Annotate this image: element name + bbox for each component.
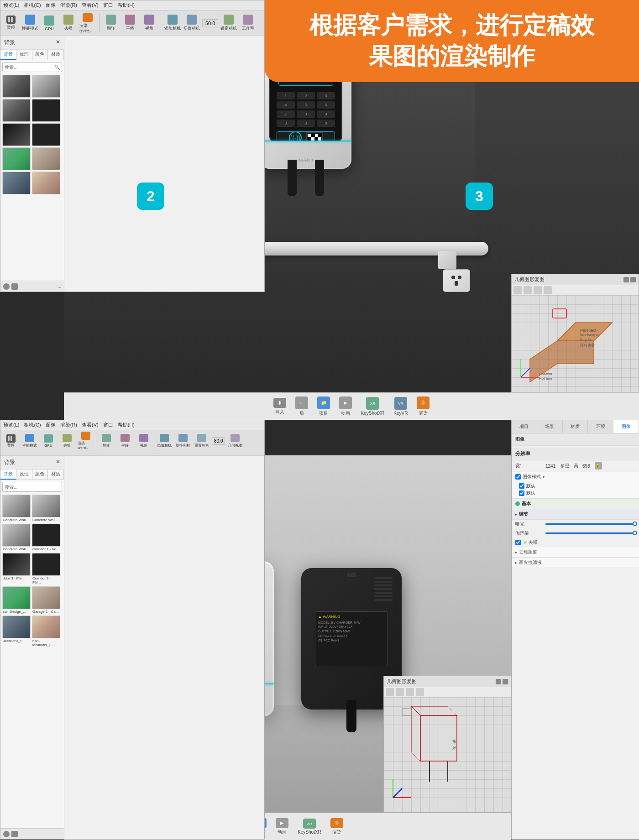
menu-help[interactable]: 帮助(H) [118,2,135,9]
menu2-help[interactable]: 帮助(H) [118,422,135,428]
bloom-slider[interactable] [545,523,635,525]
list-item[interactable]: sch-Design_... [2,586,31,614]
flip-btn-2[interactable]: 翻转 [98,430,115,451]
studio-btn[interactable]: 工作室 [239,13,257,34]
bt2-render[interactable]: 🎨 渲染 [330,818,343,835]
rp-tab-project[interactable]: 项目 [512,420,537,433]
bloom-thumb[interactable] [633,522,637,526]
bg-tab2-material[interactable]: 材质 [48,470,64,480]
geo-tool-settings-2[interactable] [386,688,394,696]
bt2-keyshot-xr[interactable]: XR KeyShotXR [298,819,321,835]
image-style-checkbox[interactable] [515,474,521,480]
bg-tab2-color[interactable]: 颜色 [32,470,48,480]
image-style-header[interactable]: 图像样式 ▾ [512,472,639,482]
vignette-checkbox[interactable] [515,540,521,545]
key-8[interactable]: 8 [297,110,315,118]
bg-search-2[interactable] [2,482,62,492]
geo-close-btn[interactable] [630,277,636,282]
performance-btn[interactable]: 性能模式 [21,13,39,34]
gamma-slider[interactable] [545,532,635,534]
render-btn-2[interactable]: 渲染BYRS [77,430,94,451]
bg-tab2-bg[interactable]: 背景 [0,470,16,480]
list-item[interactable]: Corridor 3 - Phi... [32,123,60,146]
key-4[interactable]: 4 [277,101,295,109]
render-btn[interactable]: 渲染BYRS [79,13,96,34]
basic-section-header[interactable]: 基本 [512,499,639,509]
menu2-preview[interactable]: 预览(L) [3,422,19,428]
list-item[interactable]: Concrete Wall... [32,495,60,522]
denoise-btn[interactable]: 去噪 [60,13,77,34]
bt-keyshot-xr[interactable]: XR KeyShotXR [361,397,385,416]
firefly-header[interactable]: ▸ 画火虫滤液 [512,558,639,568]
denoise-btn-2[interactable]: 去噪 [58,430,76,451]
lock-aspect-icon[interactable]: 🔒 [595,462,602,470]
list-item[interactable]: te Wall... [2,99,31,122]
gpu-btn-2[interactable]: GPU [40,430,57,451]
menu2-render[interactable]: 渲染(R) [60,422,77,428]
menu-window[interactable]: 窗口 [103,2,113,9]
key-2[interactable]: 2 [297,92,315,99]
defocus-header[interactable]: ▸ 去焦距窗 [512,547,639,557]
geo-tool-grid[interactable] [544,286,552,294]
key-6[interactable]: 6 [317,101,335,109]
bg-tab-texture[interactable]: 效理 [16,50,32,60]
geo-tool-view-2[interactable] [396,688,404,696]
list-item[interactable]: Garage 1 - Cal... [32,147,60,170]
perf-btn-2[interactable]: 性能模式 [21,430,38,451]
geo-tool-view[interactable] [524,286,532,294]
rp-tab-image[interactable]: 图像 [613,420,639,433]
geo-tool-camera[interactable] [534,286,542,294]
bt-import[interactable]: ⬇ 导入 [273,398,286,415]
menu-camera[interactable]: 相机(C) [24,2,41,9]
menu2-view[interactable]: 查看(V) [82,422,99,428]
list-item[interactable]: -locations_f... [2,616,31,647]
key-00[interactable]: 0 [297,120,315,127]
bg-search-input-2[interactable] [5,485,60,490]
geo-tool-settings[interactable] [513,286,522,294]
menu-image[interactable]: 面像 [46,2,56,9]
list-item[interactable]: Corridor 1 - Ve... [32,524,60,552]
bt-back[interactable]: ← 后 [295,397,308,417]
focal-value-2[interactable]: 80.0 [212,437,225,445]
pause-btn[interactable]: 暂停 [2,13,20,34]
list-item[interactable]: te Wall... [2,75,31,98]
menu2-image[interactable]: 面像 [46,422,56,428]
bt2-animation[interactable]: ▶ 动画 [276,818,288,835]
key-5[interactable]: 5 [297,101,315,109]
view-btn-2[interactable]: 视角 [135,430,152,451]
geo-minimize-btn-2[interactable] [496,679,501,684]
bt-keyvr[interactable]: VR KeyVR [393,397,408,416]
list-item[interactable]: Concrete Wall... [2,524,31,552]
key-00b[interactable]: 0 [317,120,335,127]
key-1[interactable]: 1 [277,92,295,99]
focal-value[interactable]: 50.0 [202,19,218,27]
search-icon[interactable] [3,283,10,290]
filter-icon[interactable] [11,283,18,290]
list-item[interactable]: hdri-locations_j... [32,616,60,647]
default-checkbox-1[interactable] [519,483,524,489]
bg-search[interactable]: 🔍 [2,62,62,72]
bg-panel-close[interactable]: ✕ [56,39,60,47]
pan-btn[interactable]: 平移 [121,13,139,34]
bg-tab-background[interactable]: 背景 [0,50,16,60]
menu2-window[interactable]: 窗口 [103,422,113,428]
geo-close-btn-2[interactable] [503,679,508,684]
menu-preview[interactable]: 预览(L) [3,2,19,9]
bg-tab2-texture[interactable]: 效理 [16,470,32,480]
bg-tab-color[interactable]: 颜色 [32,50,48,60]
view-btn[interactable]: 视角 [141,13,158,34]
key-3[interactable]: 3 [317,92,335,99]
geo-tool-grid-2[interactable] [416,688,424,696]
menu2-camera[interactable]: 相机(C) [24,422,41,428]
list-item[interactable]: Corridor 3 - Phi... [32,553,60,585]
gamma-thumb[interactable] [633,531,637,535]
list-item[interactable]: Corridor 1 - Ve... [32,99,60,122]
bt-render[interactable]: 🎨 渲染 [417,397,429,417]
menu-view[interactable]: 查看(V) [82,2,99,9]
filter-icon-2[interactable] [11,831,18,837]
list-item[interactable]: Concrete Wall... [2,495,31,522]
list-item[interactable]: Garage 1 - Cal... [32,586,60,614]
search-icon-2[interactable] [3,831,10,837]
list-item[interactable]: ridor 3 - Phi... [2,553,31,585]
default-checkbox-2[interactable] [519,490,524,496]
